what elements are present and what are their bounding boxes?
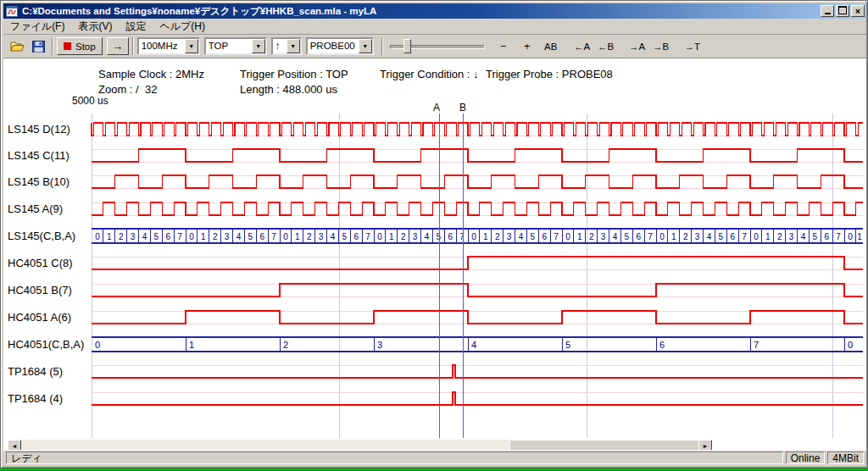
chevron-down-icon[interactable]: ▼ [359, 39, 372, 53]
channel-label: HC4051 B(7) [8, 284, 72, 297]
close-button[interactable]: × [851, 5, 865, 17]
minimize-icon [825, 13, 831, 14]
channel-label: LS145 A(9) [8, 202, 63, 216]
trigger-probe-combo[interactable]: PROBE00 ▼ [306, 37, 374, 55]
status-online: Online [786, 452, 826, 464]
scroll-left-icon: ◄ [12, 443, 18, 449]
toolbar-separator [132, 37, 134, 55]
sample-clock-combo[interactable]: 100MHz ▼ [137, 37, 200, 55]
next-b-button[interactable]: →B [649, 37, 673, 56]
main-panel [3, 58, 866, 455]
trigger-probe-info: Trigger Probe : PROBE08 [486, 68, 613, 80]
zoom-slider-thumb[interactable] [403, 39, 411, 53]
trigger-condition-info: Trigger Condition : ↓ [380, 68, 479, 80]
channel-label: TP1684 (4) [8, 392, 63, 406]
app-window: C:¥Documents and Settings¥noname¥デスクトップ¥… [0, 0, 868, 468]
maximize-icon [838, 6, 847, 14]
cursor-b-label[interactable]: B [459, 102, 466, 114]
channel-label: HC4051 C(8) [8, 257, 73, 270]
run-arrow-icon: → [112, 40, 123, 53]
menu-file[interactable]: ファイル(F) [3, 18, 71, 36]
status-ready: レディ [6, 452, 783, 464]
sample-clock-info: Sample Clock : 2MHz [98, 68, 204, 80]
channel-label: TP1684 (5) [8, 365, 63, 379]
channel-label: LS145 D(12) [8, 123, 70, 136]
zoom-ab-button[interactable]: AB [539, 37, 563, 56]
goto-a-button[interactable]: ←A [570, 37, 594, 56]
toolbar: Stop → 100MHz ▼ TOP ▼ ↑ ▼ PROBE00 ▼ − + … [3, 35, 866, 58]
status-memory: 4MBit [827, 452, 864, 464]
menubar: ファイル(F) 表示(V) 設定 ヘルプ(H) [3, 19, 866, 35]
length-info: Length : 488.000 us [240, 83, 337, 96]
trigger-probe-value: PROBE00 [308, 39, 359, 53]
sample-clock-value: 100MHz [139, 39, 185, 53]
channel-label: HC4051(C,B,A) [8, 338, 84, 352]
stop-button[interactable]: Stop [57, 37, 103, 55]
open-button[interactable] [8, 37, 28, 56]
stop-label: Stop [75, 42, 96, 52]
goto-b-button[interactable]: ←B [594, 37, 618, 56]
trigger-position-value: TOP [206, 39, 252, 53]
window-title: C:¥Documents and Settings¥noname¥デスクトップ¥… [20, 5, 819, 18]
titlebar[interactable]: C:¥Documents and Settings¥noname¥デスクトップ¥… [3, 3, 866, 19]
time-scale-label: 5000 us [72, 95, 108, 107]
save-floppy-icon [32, 41, 45, 53]
zoom-info: Zoom : / 32 [98, 83, 157, 96]
stop-icon [64, 42, 71, 50]
channel-label: LS145 C(11) [8, 149, 70, 163]
goto-trigger-button[interactable]: →T [681, 37, 704, 56]
chevron-down-icon[interactable]: ▼ [252, 39, 265, 53]
chevron-down-icon[interactable]: ▼ [185, 39, 198, 53]
next-a-button[interactable]: →A [626, 37, 649, 56]
menu-settings[interactable]: 設定 [119, 18, 153, 36]
trigger-position-combo[interactable]: TOP ▼ [204, 37, 267, 55]
minimize-button[interactable] [821, 5, 834, 17]
cursor-a-label[interactable]: A [433, 102, 440, 114]
toolbar-separator [381, 37, 383, 55]
maximize-button[interactable] [836, 5, 849, 17]
scroll-right-icon: ► [703, 443, 709, 449]
statusbar: レディ Online 4MBit [3, 450, 866, 465]
app-icon [5, 5, 19, 17]
open-folder-icon [10, 41, 25, 53]
run-button[interactable]: → [107, 37, 129, 55]
trigger-position-info: Trigger Position : TOP [240, 68, 348, 80]
menu-help[interactable]: ヘルプ(H) [153, 18, 212, 36]
close-icon: × [855, 6, 860, 16]
chevron-down-icon[interactable]: ▼ [287, 39, 300, 53]
zoom-out-button[interactable]: − [492, 37, 515, 56]
trigger-edge-combo[interactable]: ↑ ▼ [271, 37, 302, 55]
save-button[interactable] [28, 37, 48, 56]
zoom-in-button[interactable]: + [515, 37, 539, 56]
channel-label: LS145(C,B,A) [8, 230, 75, 243]
channel-label: HC4051 A(6) [8, 311, 71, 324]
zoom-slider[interactable] [390, 37, 485, 56]
channel-label: LS145 B(10) [8, 175, 70, 189]
toolbar-separator [52, 37, 53, 55]
trigger-edge-value: ↑ [273, 39, 287, 53]
menu-view[interactable]: 表示(V) [71, 18, 119, 36]
